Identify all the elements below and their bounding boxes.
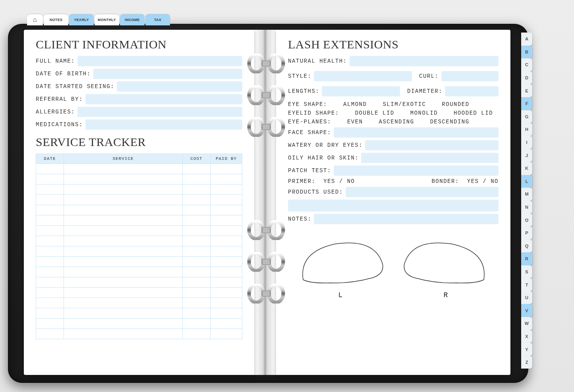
label-eye-shape: EYE SHAPE: bbox=[288, 101, 327, 108]
alpha-tab-g[interactable]: G bbox=[521, 110, 532, 123]
table-row[interactable] bbox=[36, 277, 242, 288]
input-natural-health[interactable] bbox=[350, 56, 499, 66]
label-natural-health: NATURAL HEALTH: bbox=[288, 58, 347, 64]
input-allergies[interactable] bbox=[77, 107, 242, 117]
tab-home[interactable] bbox=[27, 14, 43, 25]
input-lengths[interactable] bbox=[322, 86, 400, 96]
alpha-tab-u[interactable]: U bbox=[521, 291, 532, 304]
table-row[interactable] bbox=[36, 205, 242, 215]
input-started[interactable] bbox=[117, 81, 242, 92]
input-products[interactable] bbox=[346, 187, 499, 197]
table-row[interactable] bbox=[36, 246, 242, 257]
alpha-tab-c[interactable]: C bbox=[521, 58, 532, 71]
alphabet-tabs: ABCDEFGHIJKLMNOPQRSTUVWXYZ bbox=[521, 33, 532, 369]
opt-descending[interactable]: DESCENDING bbox=[430, 119, 470, 125]
opt-monolid[interactable]: MONOLID bbox=[410, 110, 438, 116]
alpha-tab-b[interactable]: B bbox=[521, 46, 532, 59]
table-row[interactable] bbox=[36, 236, 242, 246]
eye-label-right: R bbox=[400, 291, 492, 299]
table-row[interactable] bbox=[36, 267, 242, 277]
alpha-tab-y[interactable]: Y bbox=[521, 343, 532, 356]
opt-slim-exotic[interactable]: SLIM/EXOTIC bbox=[383, 101, 426, 108]
input-full-name[interactable] bbox=[77, 56, 242, 66]
opt-rounded[interactable]: ROUNDED bbox=[442, 101, 469, 108]
tab-tax[interactable]: TAX bbox=[145, 14, 170, 25]
label-eye-planes: EYE-PLANES: bbox=[288, 119, 331, 125]
opt-hooded-lid[interactable]: HOODED LID bbox=[454, 110, 493, 116]
alpha-tab-m[interactable]: M bbox=[521, 188, 532, 201]
input-notes[interactable] bbox=[314, 214, 499, 224]
input-face-shape[interactable] bbox=[334, 127, 499, 138]
table-row[interactable] bbox=[36, 257, 242, 267]
service-tracker-table: DATE SERVICE COST PAID BY bbox=[36, 154, 242, 339]
table-row[interactable] bbox=[36, 298, 242, 308]
alpha-tab-h[interactable]: H bbox=[521, 123, 532, 136]
table-row[interactable] bbox=[36, 319, 242, 329]
table-row[interactable] bbox=[36, 226, 242, 236]
input-referral[interactable] bbox=[85, 94, 242, 104]
table-row[interactable] bbox=[36, 288, 242, 298]
label-started: DATE STARTED SEEING: bbox=[36, 83, 114, 90]
input-style[interactable] bbox=[314, 71, 412, 81]
alpha-tab-j[interactable]: J bbox=[521, 149, 532, 162]
opt-almond[interactable]: ALMOND bbox=[343, 101, 367, 108]
alpha-tab-w[interactable]: W bbox=[521, 317, 532, 330]
table-row[interactable] bbox=[36, 195, 242, 205]
th-date: DATE bbox=[36, 154, 64, 164]
input-watery[interactable] bbox=[365, 140, 499, 150]
table-row[interactable] bbox=[36, 184, 242, 195]
alpha-tab-s[interactable]: S bbox=[521, 265, 532, 279]
alpha-tab-f[interactable]: F bbox=[521, 97, 532, 110]
label-oily: OILY HAIR OR SKIN: bbox=[288, 155, 359, 161]
opt-bonder-yesno[interactable]: YES / NO bbox=[467, 178, 499, 184]
alpha-tab-o[interactable]: O bbox=[521, 213, 532, 227]
alpha-tab-z[interactable]: Z bbox=[521, 356, 532, 369]
left-page: CLIENT INFORMATION FULL NAME: DATE OF BI… bbox=[24, 30, 254, 375]
alpha-tab-n[interactable]: N bbox=[521, 201, 532, 214]
table-row[interactable] bbox=[36, 308, 242, 319]
label-allergies: ALLERGIES: bbox=[36, 109, 75, 115]
input-diameter[interactable] bbox=[445, 86, 499, 96]
tab-monthly[interactable]: MONTHLY bbox=[95, 14, 119, 25]
opt-ascending[interactable]: ASCENDING bbox=[379, 119, 414, 125]
tab-income[interactable]: INCOME bbox=[120, 14, 145, 25]
input-patch[interactable] bbox=[334, 165, 499, 176]
alpha-tab-v[interactable]: V bbox=[521, 304, 532, 317]
input-medications[interactable] bbox=[85, 119, 242, 130]
label-full-name: FULL NAME: bbox=[36, 58, 75, 64]
label-products: PRODUCTS USED: bbox=[288, 189, 343, 195]
label-diameter: DIAMETER: bbox=[407, 88, 443, 94]
input-products-extra[interactable] bbox=[288, 200, 499, 211]
alpha-tab-x[interactable]: X bbox=[521, 330, 532, 343]
alpha-tab-l[interactable]: L bbox=[521, 175, 532, 188]
alpha-tab-a[interactable]: A bbox=[521, 33, 532, 46]
alpha-tab-p[interactable]: P bbox=[521, 227, 532, 240]
th-paid: PAID BY bbox=[211, 154, 242, 164]
alpha-tab-e[interactable]: E bbox=[521, 84, 532, 97]
top-tabs: NOTES YEARLY MONTHLY INCOME TAX bbox=[27, 14, 170, 25]
label-referral: REFERRAL BY: bbox=[36, 96, 83, 102]
alpha-tab-t[interactable]: T bbox=[521, 278, 532, 291]
input-oily[interactable] bbox=[361, 153, 499, 163]
alpha-tab-k[interactable]: K bbox=[521, 162, 532, 175]
alpha-tab-r[interactable]: R bbox=[521, 252, 532, 265]
input-curl[interactable] bbox=[441, 71, 499, 81]
alpha-tab-q[interactable]: Q bbox=[521, 240, 532, 253]
opt-primer-yesno[interactable]: YES / NO bbox=[323, 178, 355, 184]
label-notes: NOTES: bbox=[288, 216, 311, 222]
th-service: SERVICE bbox=[64, 154, 183, 164]
alpha-tab-d[interactable]: D bbox=[521, 71, 532, 85]
tab-notes[interactable]: NOTES bbox=[44, 14, 68, 25]
table-row[interactable] bbox=[36, 164, 242, 174]
input-dob[interactable] bbox=[93, 69, 242, 79]
opt-even[interactable]: EVEN bbox=[347, 119, 363, 125]
eye-diagram-right: R bbox=[400, 236, 492, 299]
table-row[interactable] bbox=[36, 215, 242, 226]
table-row[interactable] bbox=[36, 174, 242, 184]
label-patch: PATCH TEST: bbox=[288, 167, 331, 174]
page-title-lash: LASH EXTENSIONS bbox=[288, 38, 499, 51]
opt-double-lid[interactable]: DOUBLE LID bbox=[355, 110, 394, 116]
tab-yearly[interactable]: YEARLY bbox=[69, 14, 94, 25]
table-row[interactable] bbox=[36, 329, 242, 339]
alpha-tab-i[interactable]: I bbox=[521, 136, 532, 149]
